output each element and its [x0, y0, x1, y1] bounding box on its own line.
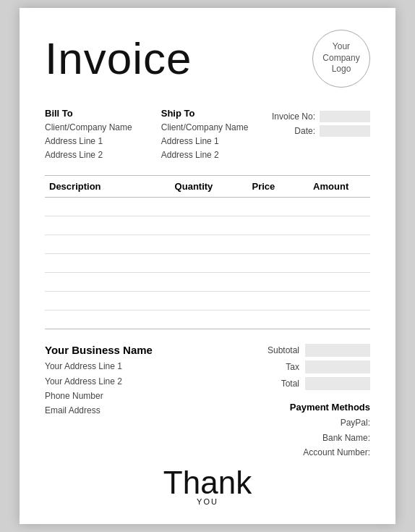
- ship-to-address1: Address Line 1: [161, 135, 249, 148]
- ship-to-address2: Address Line 2: [161, 148, 249, 162]
- header: Invoice YourCompanyLogo: [45, 30, 370, 88]
- business-address1: Your Address Line 1: [45, 359, 153, 373]
- tax-value: [305, 360, 370, 373]
- thank-you-block: Thank YOU: [163, 467, 252, 506]
- total-row: Total: [263, 377, 370, 390]
- subtotal-row: Subtotal: [263, 344, 370, 357]
- invoice-no-label: Invoice No:: [272, 111, 315, 122]
- table-row: [45, 311, 370, 329]
- thank-you-row: Thank YOU: [45, 467, 370, 506]
- col-description: Description: [45, 176, 152, 198]
- totals-section: Subtotal Tax Total: [263, 344, 370, 390]
- business-email: Email Address: [45, 403, 153, 418]
- thank-you-text: Thank: [163, 467, 252, 499]
- subtotal-value: [305, 344, 370, 357]
- table-row: [45, 254, 370, 273]
- business-address2: Your Address Line 2: [45, 374, 153, 389]
- ship-to-label: Ship To: [161, 108, 249, 119]
- date-row: Date:: [294, 125, 370, 137]
- business-phone: Phone Number: [45, 389, 153, 403]
- payment-methods: Payment Methods PayPal: Bank Name: Accou…: [290, 402, 370, 460]
- bill-to-label: Bill To: [45, 108, 132, 119]
- bill-to-block: Bill To Client/Company Name Address Line…: [45, 108, 132, 163]
- footer-section: Your Business Name Your Address Line 1 Y…: [45, 344, 370, 460]
- invoice-page: Invoice YourCompanyLogo Bill To Client/C…: [20, 8, 395, 525]
- tax-row: Tax: [263, 360, 370, 373]
- paypal-line: PayPal:: [290, 415, 370, 430]
- col-price: Price: [235, 176, 291, 198]
- col-quantity: Quantity: [152, 176, 235, 198]
- ship-to-company: Client/Company Name: [161, 121, 249, 135]
- col-amount: Amount: [291, 176, 370, 198]
- business-info: Your Business Name Your Address Line 1 Y…: [45, 344, 153, 418]
- business-name: Your Business Name: [45, 344, 153, 356]
- invoice-no-row: Invoice No:: [272, 111, 370, 122]
- total-value: [305, 377, 370, 390]
- bill-to-address1: Address Line 1: [45, 135, 132, 148]
- table-row: [45, 273, 370, 292]
- table-row: [45, 216, 370, 235]
- table-row: [45, 292, 370, 311]
- tax-label: Tax: [263, 362, 299, 372]
- bill-to-company: Client/Company Name: [45, 121, 132, 135]
- payment-title: Payment Methods: [290, 402, 370, 413]
- account-line: Account Number:: [290, 445, 370, 460]
- company-logo: YourCompanyLogo: [312, 30, 370, 88]
- date-label: Date:: [294, 126, 315, 136]
- table-row: [45, 198, 370, 216]
- subtotal-label: Subtotal: [263, 345, 299, 355]
- right-section: Subtotal Tax Total Payment Methods PayPa…: [263, 344, 370, 460]
- bill-to-address2: Address Line 2: [45, 148, 132, 162]
- invoice-title: Invoice: [45, 36, 192, 81]
- top-info-row: Bill To Client/Company Name Address Line…: [45, 108, 370, 163]
- date-value: [320, 125, 370, 137]
- bank-line: Bank Name:: [290, 431, 370, 445]
- table-row: [45, 235, 370, 254]
- ship-to-block: Ship To Client/Company Name Address Line…: [161, 108, 249, 163]
- invoice-meta: Invoice No: Date:: [272, 111, 370, 140]
- invoice-table: Description Quantity Price Amount: [45, 175, 370, 329]
- total-label: Total: [263, 379, 299, 389]
- invoice-no-value: [320, 111, 370, 122]
- addresses-left: Bill To Client/Company Name Address Line…: [45, 108, 248, 163]
